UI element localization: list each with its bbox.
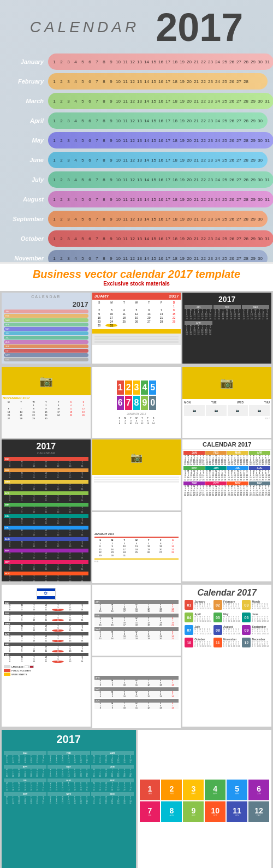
desk1-content: 📷 NOVEMBER 2017 MTWTFSS 12345 6789101112… <box>2 367 91 438</box>
month-name-february: February <box>5 78 48 85</box>
num-1: 1 <box>117 381 124 395</box>
desk2-cell3: 📷 <box>228 405 248 416</box>
camera-icon: 📷 <box>39 374 53 388</box>
jan-accent-bar <box>92 329 181 334</box>
thumbnails-row2: 📷 NOVEMBER 2017 MTWTFSS 12345 6789101112… <box>0 365 273 439</box>
numbers12-grid: 1 Jan2 Feb3 Mar4 Apr5 May6 Jun7 Jul8 Aug… <box>140 780 270 822</box>
banner-title: Business vector calendar 2017 template <box>5 268 268 281</box>
month-row-may: May1234567891011121314151617181920212223… <box>5 131 268 150</box>
jan-body: SMTWTFS 1 2345678 9101112131415 16171819… <box>92 300 181 328</box>
photo-cal-bottom <box>92 475 181 484</box>
teal-content: 2017 JAN MTWTFSS 1234567 891011121314 15… <box>2 730 136 868</box>
legend-week-text: WEEK STARTS <box>11 673 27 676</box>
dark-year-title: 2017 <box>4 442 88 451</box>
jan-content: JUARY 2017 SMTWTFS 1 2345678 91011121314… <box>92 293 181 364</box>
month-row-october: October123456789101112131415161718192021… <box>5 229 268 248</box>
israel-legend: LANGUAGE PUBLIC HOLIDAYS WEEK STARTS <box>4 665 88 676</box>
mini-jan-content: JANUARY 2017 SMTWTFS 1234567 89101112131… <box>92 530 181 565</box>
num-9: 9 <box>141 396 148 410</box>
num-3: 3 <box>133 381 140 395</box>
thumb-desk1: 📷 NOVEMBER 2017 MTWTFSS 12345 6789101112… <box>2 367 91 438</box>
desk2-cell1: 📷 <box>184 405 205 416</box>
desk2-content: 📷 MON TUE WED THU 📷 📷 📷 📷 2017 <box>182 367 271 438</box>
desk2-mon: MON <box>184 401 191 404</box>
thumbnails-row4: ✡ JAN SMTWTFS 1234567 891011121314 FEB S… <box>0 585 273 730</box>
num-5: 5 <box>149 381 156 395</box>
exclusive-badge: Exclusive stock materials <box>5 281 268 287</box>
thumb-color-year: CALENDAR 2017 JAN SMTWTFS 1234567 891011… <box>182 439 271 581</box>
dark-cal-months: JAN SMTWTFS 1234567 891011121314 1516171… <box>185 305 269 336</box>
desk2-cell2: 📷 <box>206 405 227 416</box>
thumbnails-row1: CALENDAR 2017 JANFEBMARAPRMAYJUNJULAUGSE… <box>0 291 273 365</box>
month-days-june: 1234567891011121314151617181920212223242… <box>48 152 268 168</box>
colorful-year-months: JAN SMTWTFS 1234567 891011121314 1516171… <box>182 450 271 497</box>
photo-cal-top: 📷 <box>92 439 181 475</box>
mini-jan-grid: SMTWTFS 1234567 891011121314 15161718192… <box>94 539 179 557</box>
month-row-july: July123456789101112131415161718192021222… <box>5 170 268 189</box>
mini-jan-title: JANUARY 2017 <box>94 532 179 536</box>
israel-months: JAN SMTWTFS 1234567 891011121314 FEB SMT… <box>4 601 88 663</box>
camera2-icon: 📷 <box>220 376 234 389</box>
month-row-january: January123456789101112131415161718192021… <box>5 52 268 71</box>
teal-title: 2017 <box>2 730 136 749</box>
month-name-march: March <box>5 98 48 104</box>
month-row-august: August1234567891011121314151617181920212… <box>5 190 268 209</box>
dark-year-months: JAN SMTWTFS 1234567 891011121314 FEB SMT… <box>4 457 88 581</box>
desk2-tue: TUE <box>211 401 217 404</box>
desk2-cell4: 📷 <box>249 405 270 416</box>
month-days-october: 1234567891011121314151617181920212223242… <box>48 230 273 247</box>
desk2-wed: WED <box>237 401 244 404</box>
spiral-content: CALENDAR 2017 JANFEBMARAPRMAYJUNJULAUGSE… <box>2 293 91 364</box>
month-days-august: 1234567891011121314151617181920212223242… <box>48 191 273 207</box>
flags-mini <box>25 665 34 668</box>
numbers12-content: 1 Jan2 Feb3 Mar4 Apr5 May6 Jun7 Jul8 Aug… <box>138 777 272 824</box>
numbers-content: 1 2 3 4 5 6 7 8 9 0 JANUARY 2017 SMTWTFS… <box>114 377 160 428</box>
month-row-september: September1234567891011121314151617181920… <box>5 210 268 228</box>
legend-language: LANGUAGE <box>4 665 88 668</box>
num-0: 0 <box>149 396 156 410</box>
month-days-january: 1234567891011121314151617181920212223242… <box>48 53 273 70</box>
spiral-year: 2017 <box>4 300 88 308</box>
thumbnails-row3: 2017 CALENDAR JAN SMTWTFS 1234567 891011… <box>0 439 273 585</box>
spiral-rows: JANFEBMARAPRMAYJUNJULAUGSEPOCTNOVDEC <box>4 310 88 361</box>
thumb-desk2: 📷 MON TUE WED THU 📷 📷 📷 📷 2017 <box>182 367 271 438</box>
desk2-thu: THU <box>264 401 270 404</box>
month-name-november: November <box>5 255 48 261</box>
plain-months: JAN SMTWTFS 1234567 891011121314 1516171… <box>94 600 179 640</box>
desk2-labels: MON TUE WED THU <box>184 401 270 404</box>
top-calendar-section: CALENDAR 2017 January1234567891011121314… <box>0 0 273 262</box>
banner-section: Business vector calendar 2017 template E… <box>0 262 273 291</box>
month-row-february: February12345678910111213141516171819202… <box>5 72 268 91</box>
plain-cal2-content: APR SMTWTFS 1234567 891011121314 MAY SMT… <box>92 674 181 712</box>
month-name-july: July <box>5 176 48 183</box>
spiral-footer: CALENDAR <box>4 363 88 364</box>
month-name-august: August <box>5 196 48 203</box>
desk2-bottom: MON TUE WED THU 📷 📷 📷 📷 2017 <box>182 399 271 421</box>
desk2-year: 2017 <box>184 417 270 420</box>
israel-content: ✡ JAN SMTWTFS 1234567 891011121314 FEB S… <box>2 585 91 727</box>
jan-header: JUARY 2017 <box>92 293 181 300</box>
month-days-may: 1234567891011121314151617181920212223242… <box>48 132 273 148</box>
thumb-numbers: 1 2 3 4 5 6 7 8 9 0 JANUARY 2017 SMTWTFS… <box>92 367 181 438</box>
dark-cal-year: 2017 <box>185 295 269 304</box>
jan-notes <box>92 334 181 345</box>
dark-cal-content: 2017 JAN SMTWTFS 1234567 891011121314 15… <box>182 293 271 364</box>
month-days-november: 1234567891011121314151617181920212223242… <box>48 250 268 262</box>
month-name-october: October <box>5 235 48 242</box>
month-row-june: June123456789101112131415161718192021222… <box>5 151 268 169</box>
dark-year-content: 2017 CALENDAR JAN SMTWTFS 1234567 891011… <box>2 439 91 581</box>
thumb-israel-cal: ✡ JAN SMTWTFS 1234567 891011121314 FEB S… <box>2 585 91 727</box>
num-2: 2 <box>125 381 132 395</box>
israel-flag: ✡ <box>37 588 56 600</box>
month-days-february: 1234567891011121314151617181920212223242… <box>48 73 268 90</box>
thumbnails-row5: 2017 JAN MTWTFSS 1234567 891011121314 15… <box>0 730 273 868</box>
thumb-plain-cal2: APR SMTWTFS 1234567 891011121314 MAY SMT… <box>92 657 181 728</box>
month-row-november: November12345678910111213141516171819202… <box>5 249 268 262</box>
month-days-april: 1234567891011121314151617181920212223242… <box>48 112 268 129</box>
jan-grid: SMTWTFS 1 2345678 9101112131415 16171819… <box>93 301 180 327</box>
thumb-teal-2017: 2017 JAN MTWTFSS 1234567 891011121314 15… <box>2 730 136 868</box>
month-days-september: 1234567891011121314151617181920212223242… <box>48 211 268 227</box>
month-name-september: September <box>5 216 48 222</box>
jan-year: 2017 <box>169 294 179 299</box>
thumb-mini-jan: JANUARY 2017 SMTWTFS 1234567 89101112131… <box>92 512 181 583</box>
